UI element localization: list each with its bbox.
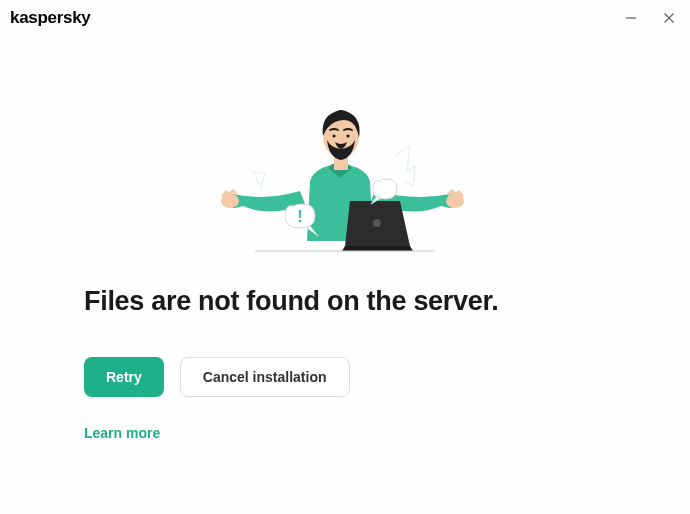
error-title: Files are not found on the server. (84, 286, 606, 317)
close-button[interactable] (660, 9, 678, 27)
content-area: ! Files are not found on the server. Ret… (0, 36, 690, 514)
svg-point-9 (373, 219, 381, 227)
cancel-installation-button[interactable]: Cancel installation (180, 357, 350, 397)
retry-button[interactable]: Retry (84, 357, 164, 397)
learn-more-link[interactable]: Learn more (84, 425, 606, 441)
close-icon (663, 12, 675, 24)
error-illustration: ! (215, 86, 475, 256)
minimize-icon (625, 12, 637, 24)
svg-point-7 (332, 134, 335, 137)
brand-logo: kaspersky (10, 8, 90, 28)
installer-window: kaspersky (0, 0, 690, 514)
button-row: Retry Cancel installation (84, 357, 606, 397)
window-controls (622, 9, 678, 27)
svg-text:!: ! (297, 208, 302, 225)
minimize-button[interactable] (622, 9, 640, 27)
titlebar: kaspersky (0, 0, 690, 36)
svg-point-8 (346, 134, 349, 137)
